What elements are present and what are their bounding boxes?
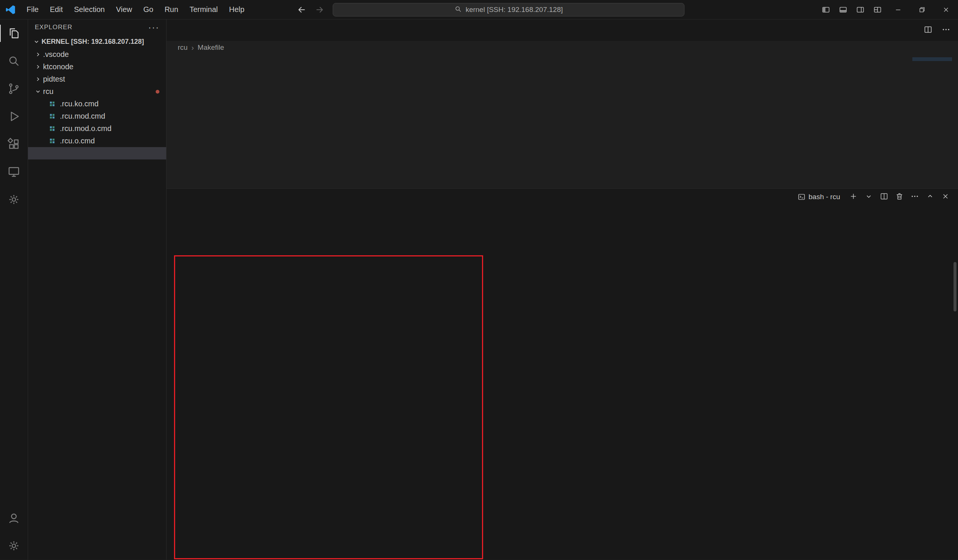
kill-terminal-trash-icon[interactable]: [895, 192, 904, 202]
code-editor[interactable]: [167, 54, 958, 188]
explorer-item-.rcu.mod.o.cmd[interactable]: .rcu.mod.o.cmd: [28, 122, 166, 135]
terminal-instance[interactable]: bash - rcu: [798, 193, 840, 201]
activity-extensions-button[interactable]: [0, 130, 28, 158]
explorer-item-.rcu.o.cmd[interactable]: .rcu.o.cmd: [28, 135, 166, 147]
explorer-item-label: .rcu.o.cmd: [60, 136, 95, 145]
terminal-actions: bash - rcu: [798, 192, 958, 202]
editor-group: rcu › Makefile bash - rcu: [167, 19, 958, 560]
activity-run-debug-button[interactable]: [0, 103, 28, 130]
menu-go[interactable]: Go: [138, 3, 159, 16]
menu-selection[interactable]: Selection: [68, 3, 110, 16]
menu-help[interactable]: Help: [224, 3, 250, 16]
workspace-root-row[interactable]: KERNEL [SSH: 192.168.207.128]: [28, 35, 166, 48]
explorer-item-label: .rcu.ko.cmd: [60, 100, 98, 108]
explorer-item-label: rcu: [43, 87, 54, 96]
activity-search-button[interactable]: [0, 47, 28, 75]
minimap[interactable]: [912, 57, 952, 61]
explorer-item-pidtest[interactable]: pidtest: [28, 73, 166, 85]
title-bar-right: [817, 0, 958, 19]
chevron-down-icon: [31, 38, 41, 45]
menu-terminal[interactable]: Terminal: [184, 3, 224, 16]
terminal-scrollbar[interactable]: [953, 262, 956, 311]
close-panel-icon[interactable]: [941, 192, 950, 202]
explorer-sidebar: EXPLORER ··· KERNEL [SSH: 192.168.207.12…: [28, 19, 167, 560]
activity-remote-explorer-button[interactable]: [0, 158, 28, 186]
split-terminal-icon[interactable]: [880, 192, 888, 202]
cmd-file-icon: [48, 138, 57, 144]
breadcrumb-item-folder[interactable]: rcu: [178, 43, 187, 52]
editor-actions: [916, 19, 958, 41]
activity-accounts-button[interactable]: [0, 504, 28, 532]
back-arrow-icon[interactable]: [297, 5, 306, 14]
activity-bar: [0, 19, 28, 560]
workspace-root-label: KERNEL [SSH: 192.168.207.128]: [41, 38, 144, 46]
sidebar-title: EXPLORER: [35, 24, 73, 31]
panel-more-icon[interactable]: [910, 192, 919, 202]
cmd-file-icon: [48, 101, 57, 107]
menu-bar: FileEditSelectionViewGoRunTerminalHelp: [21, 3, 250, 16]
terminal-dropdown-chevron-icon[interactable]: [864, 192, 873, 202]
split-editor-icon[interactable]: [923, 25, 933, 36]
editor-more-icon[interactable]: [942, 25, 950, 36]
cmd-file-icon: [48, 125, 57, 132]
menu-run[interactable]: Run: [159, 3, 184, 16]
toggle-panel-icon[interactable]: [834, 0, 852, 19]
vscode-window: FileEditSelectionViewGoRunTerminalHelp k…: [0, 0, 958, 560]
explorer-item-.vscode[interactable]: .vscode: [28, 48, 166, 61]
activity-manage-button[interactable]: [0, 532, 28, 560]
workbench-main: EXPLORER ··· KERNEL [SSH: 192.168.207.12…: [0, 19, 958, 560]
explorer-more-icon[interactable]: ···: [148, 22, 159, 33]
toggle-sidebar-icon[interactable]: [817, 0, 834, 19]
sidebar-header: EXPLORER ···: [28, 19, 166, 35]
search-icon: [454, 5, 462, 14]
breadcrumb-separator-icon: ›: [191, 43, 194, 52]
vscode-logo-icon: [0, 4, 21, 15]
title-bar-center: kernel [SSH: 192.168.207.128]: [297, 0, 684, 19]
new-terminal-icon[interactable]: [849, 192, 858, 202]
command-center-search[interactable]: kernel [SSH: 192.168.207.128]: [333, 3, 684, 16]
explorer-item-rcu[interactable]: rcu: [28, 85, 166, 98]
breadcrumb-item-file[interactable]: Makefile: [198, 43, 224, 52]
panel-header: bash - rcu: [167, 189, 958, 205]
explorer-item-.rcu.ko.cmd[interactable]: .rcu.ko.cmd: [28, 98, 166, 110]
chevron-down-icon: [33, 88, 43, 95]
explorer-item-ktconode[interactable]: ktconode: [28, 61, 166, 73]
chevron-right-icon: [33, 51, 43, 58]
minimize-button[interactable]: [886, 0, 910, 19]
chevron-right-icon: [33, 76, 43, 82]
customize-layout-icon[interactable]: [869, 0, 886, 19]
search-text: kernel [SSH: 192.168.207.128]: [466, 6, 563, 14]
terminal-instance-label: bash - rcu: [809, 193, 840, 201]
explorer-item-label: .rcu.mod.cmd: [60, 112, 105, 121]
menu-view[interactable]: View: [110, 3, 138, 16]
chevron-right-icon: [33, 63, 43, 70]
explorer-item-label: .rcu.mod.o.cmd: [60, 124, 111, 133]
title-bar: FileEditSelectionViewGoRunTerminalHelp k…: [0, 0, 958, 19]
maximize-panel-chevron-icon[interactable]: [926, 192, 934, 202]
activity-explorer-button[interactable]: [0, 19, 28, 47]
terminal-output[interactable]: [167, 205, 958, 560]
close-window-button[interactable]: [934, 0, 958, 19]
restore-button[interactable]: [910, 0, 934, 19]
menu-file[interactable]: File: [21, 3, 44, 16]
explorer-item-.rcu.mod.cmd[interactable]: .rcu.mod.cmd: [28, 110, 166, 122]
cmd-file-icon: [48, 113, 57, 119]
menu-edit[interactable]: Edit: [44, 3, 68, 16]
activity-source-control-button[interactable]: [0, 75, 28, 103]
editor-tabs-bar: [167, 19, 958, 41]
file-tree: KERNEL [SSH: 192.168.207.128] .vscodektc…: [28, 35, 166, 560]
forward-arrow-icon[interactable]: [315, 5, 324, 14]
activity-tunnels-gear-button[interactable]: [0, 186, 28, 213]
explorer-item-Makefile[interactable]: [28, 147, 166, 159]
explorer-item-label: pidtest: [43, 75, 65, 84]
folder-status-dot: [156, 90, 159, 94]
explorer-item-label: .vscode: [43, 50, 69, 59]
toggle-secondary-sidebar-icon[interactable]: [852, 0, 869, 19]
annotation-red-box: [174, 255, 483, 559]
breadcrumb: rcu › Makefile: [167, 41, 958, 54]
bottom-panel: bash - rcu: [167, 188, 958, 560]
explorer-item-label: ktconode: [43, 62, 73, 71]
